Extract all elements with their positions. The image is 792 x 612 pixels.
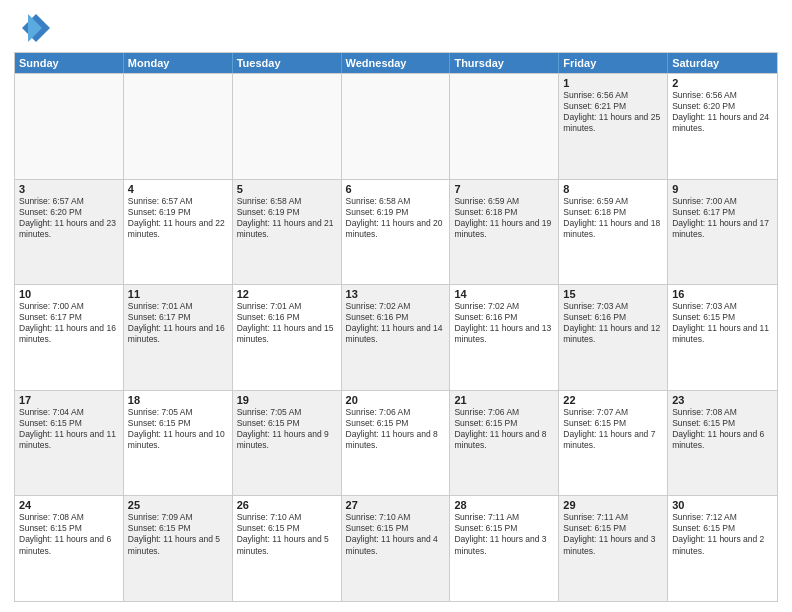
day-number: 11 [128,288,228,300]
cell-info: Sunrise: 7:11 AM Sunset: 6:15 PM Dayligh… [454,512,554,556]
day-number: 17 [19,394,119,406]
cal-cell-7: 7Sunrise: 6:59 AM Sunset: 6:18 PM Daylig… [450,180,559,285]
cal-cell-12: 12Sunrise: 7:01 AM Sunset: 6:16 PM Dayli… [233,285,342,390]
header-day-thursday: Thursday [450,53,559,73]
cell-info: Sunrise: 6:57 AM Sunset: 6:19 PM Dayligh… [128,196,228,240]
day-number: 2 [672,77,773,89]
cal-cell-19: 19Sunrise: 7:05 AM Sunset: 6:15 PM Dayli… [233,391,342,496]
calendar-header: SundayMondayTuesdayWednesdayThursdayFrid… [15,53,777,73]
cell-info: Sunrise: 7:10 AM Sunset: 6:15 PM Dayligh… [346,512,446,556]
day-number: 14 [454,288,554,300]
day-number: 18 [128,394,228,406]
day-number: 21 [454,394,554,406]
cell-info: Sunrise: 7:07 AM Sunset: 6:15 PM Dayligh… [563,407,663,451]
cell-info: Sunrise: 6:59 AM Sunset: 6:18 PM Dayligh… [454,196,554,240]
cell-info: Sunrise: 7:00 AM Sunset: 6:17 PM Dayligh… [672,196,773,240]
header-day-saturday: Saturday [668,53,777,73]
cell-info: Sunrise: 7:03 AM Sunset: 6:16 PM Dayligh… [563,301,663,345]
cell-info: Sunrise: 6:56 AM Sunset: 6:21 PM Dayligh… [563,90,663,134]
cal-cell-empty-0-3 [342,74,451,179]
logo-icon [14,10,50,46]
cal-cell-28: 28Sunrise: 7:11 AM Sunset: 6:15 PM Dayli… [450,496,559,601]
day-number: 27 [346,499,446,511]
header-day-wednesday: Wednesday [342,53,451,73]
cal-cell-26: 26Sunrise: 7:10 AM Sunset: 6:15 PM Dayli… [233,496,342,601]
cal-cell-22: 22Sunrise: 7:07 AM Sunset: 6:15 PM Dayli… [559,391,668,496]
cal-cell-empty-0-4 [450,74,559,179]
cell-info: Sunrise: 6:58 AM Sunset: 6:19 PM Dayligh… [346,196,446,240]
cal-cell-empty-0-0 [15,74,124,179]
calendar-row-2: 10Sunrise: 7:00 AM Sunset: 6:17 PM Dayli… [15,284,777,390]
day-number: 30 [672,499,773,511]
cal-cell-14: 14Sunrise: 7:02 AM Sunset: 6:16 PM Dayli… [450,285,559,390]
cell-info: Sunrise: 6:57 AM Sunset: 6:20 PM Dayligh… [19,196,119,240]
day-number: 19 [237,394,337,406]
cell-info: Sunrise: 6:56 AM Sunset: 6:20 PM Dayligh… [672,90,773,134]
day-number: 4 [128,183,228,195]
cal-cell-16: 16Sunrise: 7:03 AM Sunset: 6:15 PM Dayli… [668,285,777,390]
cell-info: Sunrise: 7:01 AM Sunset: 6:16 PM Dayligh… [237,301,337,345]
day-number: 12 [237,288,337,300]
cell-info: Sunrise: 7:03 AM Sunset: 6:15 PM Dayligh… [672,301,773,345]
cell-info: Sunrise: 7:05 AM Sunset: 6:15 PM Dayligh… [128,407,228,451]
day-number: 9 [672,183,773,195]
calendar-row-0: 1Sunrise: 6:56 AM Sunset: 6:21 PM Daylig… [15,73,777,179]
day-number: 5 [237,183,337,195]
day-number: 24 [19,499,119,511]
day-number: 16 [672,288,773,300]
cal-cell-20: 20Sunrise: 7:06 AM Sunset: 6:15 PM Dayli… [342,391,451,496]
day-number: 6 [346,183,446,195]
cell-info: Sunrise: 7:08 AM Sunset: 6:15 PM Dayligh… [19,512,119,556]
logo [14,10,54,46]
day-number: 29 [563,499,663,511]
day-number: 10 [19,288,119,300]
calendar: SundayMondayTuesdayWednesdayThursdayFrid… [14,52,778,602]
header-day-monday: Monday [124,53,233,73]
day-number: 22 [563,394,663,406]
cal-cell-6: 6Sunrise: 6:58 AM Sunset: 6:19 PM Daylig… [342,180,451,285]
cal-cell-2: 2Sunrise: 6:56 AM Sunset: 6:20 PM Daylig… [668,74,777,179]
cell-info: Sunrise: 6:59 AM Sunset: 6:18 PM Dayligh… [563,196,663,240]
day-number: 23 [672,394,773,406]
header-day-friday: Friday [559,53,668,73]
calendar-row-1: 3Sunrise: 6:57 AM Sunset: 6:20 PM Daylig… [15,179,777,285]
calendar-row-4: 24Sunrise: 7:08 AM Sunset: 6:15 PM Dayli… [15,495,777,601]
cell-info: Sunrise: 6:58 AM Sunset: 6:19 PM Dayligh… [237,196,337,240]
cal-cell-15: 15Sunrise: 7:03 AM Sunset: 6:16 PM Dayli… [559,285,668,390]
day-number: 15 [563,288,663,300]
header [14,10,778,46]
cal-cell-1: 1Sunrise: 6:56 AM Sunset: 6:21 PM Daylig… [559,74,668,179]
day-number: 13 [346,288,446,300]
cal-cell-9: 9Sunrise: 7:00 AM Sunset: 6:17 PM Daylig… [668,180,777,285]
cal-cell-25: 25Sunrise: 7:09 AM Sunset: 6:15 PM Dayli… [124,496,233,601]
day-number: 1 [563,77,663,89]
cal-cell-30: 30Sunrise: 7:12 AM Sunset: 6:15 PM Dayli… [668,496,777,601]
day-number: 28 [454,499,554,511]
day-number: 26 [237,499,337,511]
cell-info: Sunrise: 7:05 AM Sunset: 6:15 PM Dayligh… [237,407,337,451]
cal-cell-11: 11Sunrise: 7:01 AM Sunset: 6:17 PM Dayli… [124,285,233,390]
cal-cell-29: 29Sunrise: 7:11 AM Sunset: 6:15 PM Dayli… [559,496,668,601]
cal-cell-8: 8Sunrise: 6:59 AM Sunset: 6:18 PM Daylig… [559,180,668,285]
cell-info: Sunrise: 7:08 AM Sunset: 6:15 PM Dayligh… [672,407,773,451]
cal-cell-18: 18Sunrise: 7:05 AM Sunset: 6:15 PM Dayli… [124,391,233,496]
cal-cell-empty-0-2 [233,74,342,179]
page: SundayMondayTuesdayWednesdayThursdayFrid… [0,0,792,612]
cal-cell-5: 5Sunrise: 6:58 AM Sunset: 6:19 PM Daylig… [233,180,342,285]
cell-info: Sunrise: 7:09 AM Sunset: 6:15 PM Dayligh… [128,512,228,556]
cal-cell-10: 10Sunrise: 7:00 AM Sunset: 6:17 PM Dayli… [15,285,124,390]
header-day-tuesday: Tuesday [233,53,342,73]
cell-info: Sunrise: 7:02 AM Sunset: 6:16 PM Dayligh… [454,301,554,345]
day-number: 7 [454,183,554,195]
cell-info: Sunrise: 7:11 AM Sunset: 6:15 PM Dayligh… [563,512,663,556]
cal-cell-27: 27Sunrise: 7:10 AM Sunset: 6:15 PM Dayli… [342,496,451,601]
header-day-sunday: Sunday [15,53,124,73]
cell-info: Sunrise: 7:02 AM Sunset: 6:16 PM Dayligh… [346,301,446,345]
cal-cell-4: 4Sunrise: 6:57 AM Sunset: 6:19 PM Daylig… [124,180,233,285]
cell-info: Sunrise: 7:06 AM Sunset: 6:15 PM Dayligh… [346,407,446,451]
cal-cell-23: 23Sunrise: 7:08 AM Sunset: 6:15 PM Dayli… [668,391,777,496]
cal-cell-24: 24Sunrise: 7:08 AM Sunset: 6:15 PM Dayli… [15,496,124,601]
cell-info: Sunrise: 7:12 AM Sunset: 6:15 PM Dayligh… [672,512,773,556]
cal-cell-21: 21Sunrise: 7:06 AM Sunset: 6:15 PM Dayli… [450,391,559,496]
day-number: 8 [563,183,663,195]
